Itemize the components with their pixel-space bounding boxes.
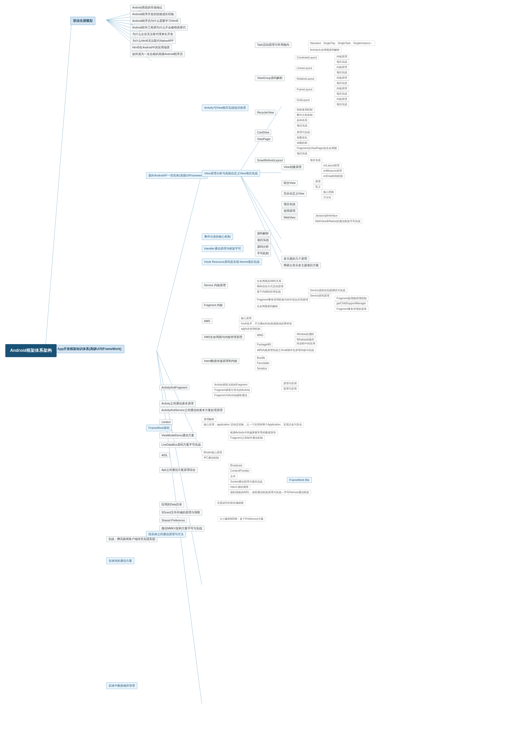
l4-constraint-inner: 内核原理 bbox=[335, 54, 349, 59]
l4-js-interface: JavascriptInterface bbox=[313, 213, 339, 218]
l4-rv-types: 多种布局 bbox=[295, 118, 309, 123]
l4-ams-core: 核心原理 bbox=[239, 316, 253, 321]
l4-cv-principle: 原理与实战 bbox=[295, 130, 312, 135]
l4-rv-animate: 事件分发机制 bbox=[295, 112, 314, 118]
career-item-3: Android程序员为什么需要学习Html5 bbox=[130, 18, 181, 24]
career-item-2: Android程序开发的技能成长经验 bbox=[130, 12, 176, 17]
l4-file: 文件 bbox=[228, 474, 237, 479]
l4-sp-multi: 大小疆和MSIM：多个Preference方案 bbox=[218, 516, 265, 522]
svg-line-17 bbox=[239, 173, 281, 239]
l4-frame-inner: 内核原理 bbox=[335, 86, 349, 91]
l4-service-modes: 两种启动方式启动原理 bbox=[255, 284, 285, 289]
l4-vp-proj: 项目实战 bbox=[295, 151, 309, 156]
l4-pkg-process: 跨进程中的应用 bbox=[295, 341, 317, 346]
l4-service-binder: Service原码原理 bbox=[308, 293, 331, 298]
l4-binder: Binder核心原理 bbox=[202, 450, 224, 455]
l3-viewpager: ViewPager bbox=[255, 136, 273, 142]
l4-linear-inner: 内核原理 bbox=[335, 65, 349, 70]
l4-grid-proj: 项目实战 bbox=[335, 102, 349, 107]
l4-frame: FrameLayout bbox=[295, 87, 314, 92]
l3-service: Service 内核原理 bbox=[202, 283, 228, 288]
l4-bundle: Bundle bbox=[255, 356, 267, 360]
l4-parcelable: Parcelable bbox=[255, 361, 271, 365]
l3-webview: WebView bbox=[281, 215, 298, 220]
l3-handler-write: 手写机制 bbox=[255, 251, 271, 256]
l4-frag-principle: Fragment事务管理的原理 bbox=[335, 307, 368, 312]
l4-noroot: 无需读写外部存储权限 bbox=[215, 500, 245, 506]
l2-handler: Handler通信原理与框架手写 bbox=[202, 245, 243, 252]
l4-ipc: IPC通信机制 bbox=[202, 455, 221, 461]
l4-vm-fragment: Fragment之间组件通信机制 bbox=[228, 435, 265, 441]
l4-rv-proj: 项目实战 bbox=[295, 123, 309, 128]
l4-webview-native: WebView和Native的通信框架手写实战 bbox=[313, 219, 362, 224]
l4-frag-lifecycle: 生命周期原码解析 bbox=[255, 304, 280, 309]
l4-frame-proj: 项目实战 bbox=[335, 91, 349, 96]
l2-comm-plan: 实体间的通信方案 bbox=[106, 557, 134, 564]
l4-fa-principle: 原理与应用 bbox=[281, 386, 299, 392]
l4-onlayout: onLayout原理 bbox=[321, 163, 341, 168]
svg-line-11 bbox=[157, 173, 202, 351]
l4-onmeasure: onMeasure原理 bbox=[321, 168, 344, 174]
career-item-7: Html5在Android中的应用场景 bbox=[130, 45, 172, 50]
l3-sharedpref: Shared Preference bbox=[159, 518, 187, 523]
root-node: Android框架体系架构 bbox=[5, 344, 57, 357]
l4-af-get: Activity获取当前的Fragment bbox=[212, 382, 249, 388]
l3-hook-multi: 多主题的几个原理 bbox=[281, 256, 309, 262]
l3-aidl: AIDL bbox=[159, 452, 170, 458]
career-item-8: 如何成为一名合格的高级Android程序员 bbox=[130, 51, 185, 57]
l3-xms: XMS生命周期与内核管理原理 bbox=[202, 334, 244, 340]
l4-vp-cache: 加载机制 bbox=[295, 140, 309, 146]
l4-task-modes: Standard、SingleTop、SingleTask、SingleInst… bbox=[308, 40, 375, 46]
l4-frag-child: Fragment嵌用栈管理机制 bbox=[335, 296, 368, 301]
l4-intent-app: Intent 跳转调用 bbox=[228, 484, 250, 490]
career-item-6: 为什么Html5无法取代NativeAPP bbox=[130, 38, 175, 44]
l4-frag-manager: Fragment事务管理机制与控件混合应用原理 bbox=[255, 297, 310, 302]
l4-service-app: 基于内绑的应用实战 bbox=[255, 289, 282, 294]
l3-fragment: Fragment 内核 bbox=[202, 302, 225, 308]
l2-hook-resource: Hook Resource原码及实现 theme项目实战 bbox=[202, 258, 262, 265]
career-item-1: Android系统的市场地位 bbox=[130, 5, 164, 11]
l3-viewmodel: ViewModelDemo通信方案 bbox=[159, 433, 196, 439]
l3-sdcard: SDcard文件存储的原理与局限 bbox=[159, 510, 202, 516]
career-item-5: 为什么企业无法靠代理来生开发 bbox=[130, 31, 175, 37]
l4-vm-activity: 检测Activity中跨越屏幕常带的数据管存 bbox=[228, 430, 278, 435]
l2-highui-framework: 面向Android中一切实体(高级UI/Framework) bbox=[146, 172, 207, 179]
l3-apk-comm: Apk之间通信方案原理综合 bbox=[159, 467, 198, 473]
l3-context: context bbox=[159, 419, 173, 425]
l4-linear-proj: 项目实战 bbox=[335, 70, 349, 75]
l3-activity-comm: Activity之间通信基本原理 bbox=[159, 401, 196, 407]
l4-relative-proj: 项目实战 bbox=[335, 81, 349, 86]
l3-cardview: CardView bbox=[255, 130, 271, 135]
l2-activity-view: Activity与View相关实战知识体系 bbox=[202, 104, 248, 111]
l3-livedata: LiveDataBus原码方案手写实战 bbox=[159, 442, 203, 448]
l4-packagems: PackageMS bbox=[255, 342, 273, 347]
l2-entity-comm: 组实体之间通信原理与方法 bbox=[146, 531, 186, 538]
l4-ams-hook: hook技术，不注册activity直接跳动的黑科技 bbox=[239, 321, 294, 326]
l4-vp-fragment: Fragment在ViewPager的生命周期 bbox=[295, 146, 339, 151]
l3-use-principle: 使用原理 bbox=[281, 208, 298, 214]
l4-constraint: ConstraintLayout bbox=[295, 55, 319, 60]
mindmap-container: Android框架体系架构 职业生涯规划 Android系统的市场地位 Andr… bbox=[0, 0, 532, 756]
l4-grid-inner: 内核原理 bbox=[335, 96, 349, 102]
l3-app-data: 应用的Data目录 bbox=[159, 502, 184, 507]
l3-task: Task启动原理与常用栈内 bbox=[255, 42, 291, 48]
svg-line-0 bbox=[45, 20, 72, 351]
l4-linear: LinearLayout bbox=[295, 66, 314, 70]
l4-serialize: Serialize bbox=[255, 366, 269, 371]
l4-cv-principle2: 原理 bbox=[313, 179, 322, 184]
l3-handler-source: 源码分析 bbox=[255, 244, 271, 250]
l2-storage: 实体中数据储存管理 bbox=[106, 682, 137, 689]
l3-mmkv: 微信MMKV架构方案手写与实战 bbox=[159, 526, 204, 531]
l4-contentprovider: ContentProvider bbox=[228, 469, 251, 473]
l4-aidl-advance: 做到强效的AIDL：进程通信框架原理与实战—手写Hermes通信框架 bbox=[228, 490, 311, 495]
l1-career: 职业生涯规划 bbox=[70, 17, 95, 25]
l3-event-proj: 项目实战 bbox=[255, 237, 271, 243]
l4-fa-get: Fragment获取它所在的Activity bbox=[212, 388, 252, 393]
l4-relative-inner: 内核原理 bbox=[335, 75, 349, 81]
l3-intent: Intent数据传递原理和内核 bbox=[202, 358, 239, 364]
l4-service-ams: 生命周期及AMS关系 bbox=[255, 279, 283, 284]
l4-constraint-proj: 项目实战 bbox=[335, 59, 349, 65]
l3-hook-cloud: 网易云音乐多主题项目方案 bbox=[281, 262, 321, 268]
l3-activity-service: ActivityAndService之间通信的基本方案处理原理 bbox=[159, 407, 225, 413]
l2-view-analysis: View原理分析与高级自定义View项目实战 bbox=[202, 170, 260, 177]
